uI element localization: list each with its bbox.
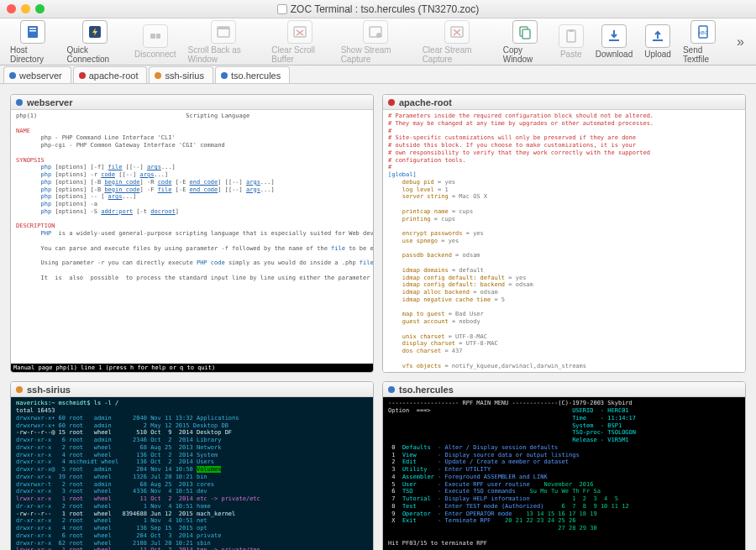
svg-rect-4: [150, 34, 155, 39]
status-dot-icon: [155, 72, 161, 79]
toolbar: Host DirectoryQuick ConnectionDisconnect…: [0, 18, 756, 65]
svg-rect-7: [218, 27, 229, 29]
tab-webserver[interactable]: webserver: [3, 66, 71, 83]
toolbar-send-textfile[interactable]: ABCSend Textfile: [678, 18, 728, 65]
svg-text:ABC: ABC: [698, 30, 709, 35]
toolbar-host-directory[interactable]: Host Directory: [5, 18, 60, 65]
svg-rect-17: [653, 39, 663, 41]
man-status-line: Manual page php(1) line 1 (press h for h…: [11, 364, 373, 372]
toolbar-clear-scroll-buffer[interactable]: Clear Scroll Buffer: [266, 18, 333, 65]
book-icon: [20, 20, 45, 44]
upload-icon: [645, 24, 670, 48]
toolbar-upload[interactable]: Upload: [639, 23, 676, 60]
tab-label: tso.hercules: [231, 71, 281, 81]
svg-rect-13: [522, 29, 530, 39]
toolbar-clear-stream-capture[interactable]: Clear Stream Capture: [417, 18, 496, 65]
tab-tso-hercules[interactable]: tso.hercules: [215, 66, 290, 83]
pane-title: ssh-sirius: [27, 385, 71, 395]
toolbar-label: Copy Window: [503, 45, 547, 64]
svg-rect-5: [156, 34, 160, 39]
toolbar-paste[interactable]: Paste: [554, 23, 589, 60]
toolbar-label: Disconnect: [134, 50, 176, 59]
tab-ssh-sirius[interactable]: ssh-sirius: [149, 66, 213, 83]
download-icon: [601, 24, 627, 48]
tab-label: webserver: [19, 71, 62, 81]
toolbar-label: Send Textfile: [683, 45, 723, 64]
status-dot-icon: [221, 72, 228, 79]
status-dot-icon: [16, 386, 23, 393]
svg-point-10: [376, 33, 381, 38]
tab-label: ssh-sirius: [165, 71, 203, 81]
toolbar-label: Host Directory: [10, 45, 55, 64]
toolbar-label: Upload: [644, 50, 671, 59]
toolbar-label: Quick Connection: [66, 45, 123, 64]
toolbar-label: Clear Scroll Buffer: [271, 45, 328, 64]
toolbar-overflow-button[interactable]: »: [730, 34, 751, 50]
terminal-webserver[interactable]: php(1) Scripting Language php(1) NAME ph…: [11, 110, 373, 364]
window-titlebar: ZOC Terminal : tso.hercules (TN3270.zoc): [0, 0, 756, 18]
pane-title: apache-root: [399, 97, 452, 107]
copy-icon: [512, 20, 538, 44]
svg-rect-16: [609, 39, 619, 41]
toolbar-show-stream-capture[interactable]: Show Stream Capture: [336, 18, 416, 65]
pane-ssh-sirius[interactable]: ssh-sirius mavericks:~ mschmidt$ ls -l /…: [10, 381, 374, 550]
pane-title: webserver: [27, 97, 72, 107]
toolbar-label: Download: [596, 50, 633, 59]
toolbar-scroll-back-window[interactable]: Scroll Back as Window: [183, 18, 265, 65]
svg-rect-8: [294, 27, 306, 37]
pane-webserver[interactable]: webserver php(1) Scripting Language php(…: [10, 94, 374, 373]
stream-icon: [363, 20, 388, 44]
paste-icon: [559, 24, 584, 48]
workspace-grid: webserver php(1) Scripting Language php(…: [0, 84, 756, 550]
bolt-icon: [82, 20, 108, 44]
svg-rect-14: [567, 30, 575, 42]
stream-x-icon: [444, 20, 470, 44]
pane-apache-root[interactable]: apache-root # Parameters inside the requ…: [382, 94, 746, 373]
pane-tso-hercules[interactable]: tso.hercules -------------------- RPF MA…: [382, 381, 746, 550]
window-title: ZOC Terminal : tso.hercules (TN3270.zoc): [0, 3, 756, 15]
textfile-icon: ABC: [690, 20, 716, 44]
toolbar-quick-connection[interactable]: Quick Connection: [61, 18, 128, 65]
terminal-apache[interactable]: # Parameters inside the required configu…: [383, 110, 745, 372]
session-tabbar: webserverapache-rootssh-siriustso.hercul…: [0, 65, 756, 84]
document-icon: [277, 4, 287, 14]
status-dot-icon: [388, 99, 395, 106]
toolbar-label: Show Stream Capture: [341, 45, 411, 64]
toolbar-download[interactable]: Download: [591, 23, 638, 60]
toolbar-label: Paste: [560, 50, 582, 59]
svg-rect-1: [29, 28, 36, 29]
svg-rect-2: [29, 30, 36, 32]
pane-title: tso.hercules: [399, 385, 454, 395]
window-x-icon: [287, 20, 312, 44]
unplug-icon: [143, 24, 168, 48]
status-dot-icon: [9, 72, 16, 79]
svg-rect-15: [569, 29, 574, 32]
terminal-tso[interactable]: -------------------- RPF MAIN MENU -----…: [383, 397, 745, 550]
tab-apache-root[interactable]: apache-root: [73, 66, 148, 83]
toolbar-disconnect[interactable]: Disconnect: [129, 23, 181, 60]
tab-label: apache-root: [89, 71, 139, 81]
status-dot-icon: [79, 72, 86, 79]
toolbar-copy-window[interactable]: Copy Window: [498, 18, 552, 65]
toolbar-label: Clear Stream Capture: [423, 45, 491, 64]
toolbar-label: Scroll Back as Window: [188, 45, 260, 64]
window-icon: [211, 20, 236, 44]
status-dot-icon: [388, 386, 395, 393]
status-dot-icon: [16, 99, 23, 106]
terminal-ssh[interactable]: mavericks:~ mschmidt$ ls -l / total 1645…: [11, 397, 373, 550]
